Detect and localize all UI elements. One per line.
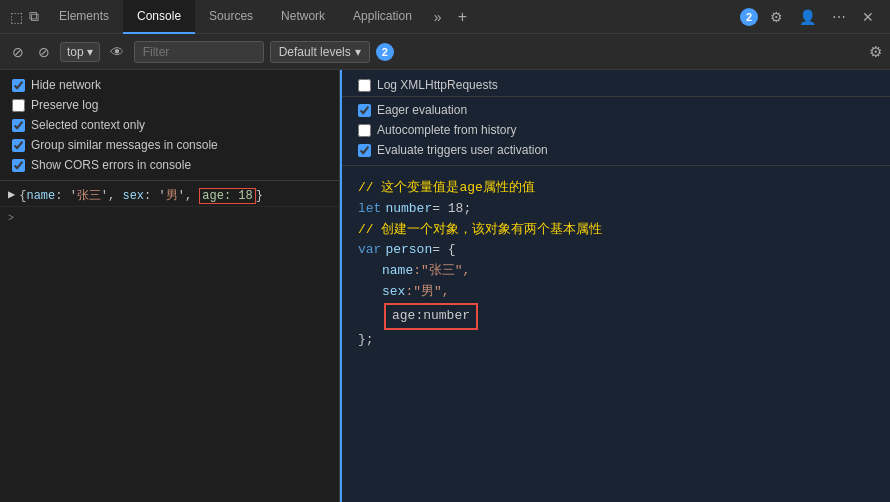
show-cors-checkbox[interactable]: [12, 159, 25, 172]
code-comment-1: // 这个变量值是age属性的值: [358, 178, 535, 199]
group-similar-row: Group similar messages in console: [12, 138, 327, 152]
tab-network[interactable]: Network: [267, 0, 339, 34]
prompt-icon: >: [8, 212, 14, 223]
more-tabs-button[interactable]: »: [426, 9, 450, 25]
eager-eval-label: Eager evaluation: [377, 103, 467, 117]
code-sex-key: sex: [382, 282, 405, 303]
code-line-3: // 创建一个对象，该对象有两个基本属性: [358, 220, 874, 241]
close-icon[interactable]: ✕: [858, 7, 878, 27]
autocomplete-label: Autocomplete from history: [377, 123, 516, 137]
eval-triggers-label: Evaluate triggers user activation: [377, 143, 548, 157]
code-var-person: person: [385, 240, 432, 261]
chevron-down-icon: ▾: [87, 45, 93, 59]
devtools-icons: ⬚ ⧉: [4, 8, 45, 25]
group-similar-checkbox[interactable]: [12, 139, 25, 152]
console-empty-row: >: [0, 207, 339, 227]
eager-eval-row: Eager evaluation: [358, 103, 874, 117]
toolbar-right: ⚙: [869, 43, 882, 61]
preserve-log-row: Preserve log: [12, 98, 327, 112]
error-badge: 2: [740, 8, 758, 26]
filter-input[interactable]: [134, 41, 264, 63]
console-output: ▶ {name: '张三', sex: '男', age: 18} >: [0, 181, 339, 502]
log-xml-checkbox[interactable]: [358, 79, 371, 92]
user-icon[interactable]: 👤: [795, 7, 820, 27]
code-line-8: };: [358, 330, 874, 351]
right-checkboxes-bottom: Eager evaluation Autocomplete from histo…: [342, 97, 890, 166]
code-keyword-let: let: [358, 199, 381, 220]
cursor-icon[interactable]: ⬚: [10, 9, 23, 25]
code-line-6: sex :"男",: [358, 282, 874, 303]
tab-sources[interactable]: Sources: [195, 0, 267, 34]
code-line-4: var person = {: [358, 240, 874, 261]
console-toolbar: ⊘ ⊘ top ▾ 👁 Default levels ▾ 2 ⚙: [0, 34, 890, 70]
log-xml-label: Log XMLHttpRequests: [377, 78, 498, 92]
code-line-2: let number = 18;: [358, 199, 874, 220]
eye-icon[interactable]: 👁: [106, 42, 128, 62]
left-panel: Hide network Preserve log Selected conte…: [0, 70, 340, 502]
console-settings-icon[interactable]: ⚙: [869, 43, 882, 61]
show-cors-row: Show CORS errors in console: [12, 158, 327, 172]
tab-elements[interactable]: Elements: [45, 0, 123, 34]
preserve-log-label: Preserve log: [31, 98, 98, 112]
block-icon[interactable]: ⊘: [34, 42, 54, 62]
code-line-1: // 这个变量值是age属性的值: [358, 178, 874, 199]
autocomplete-checkbox[interactable]: [358, 124, 371, 137]
tab-application[interactable]: Application: [339, 0, 426, 34]
tab-list: Elements Console Sources Network Applica…: [45, 0, 740, 34]
console-row-object: ▶ {name: '张三', sex: '男', age: 18}: [0, 185, 339, 207]
code-age-number-wrapper: age:number: [382, 303, 478, 330]
age-number-highlight: age:number: [384, 303, 478, 330]
code-assign-18: = 18;: [432, 199, 471, 220]
code-display: // 这个变量值是age属性的值 let number = 18; // 创建一…: [342, 166, 890, 362]
eval-triggers-row: Evaluate triggers user activation: [358, 143, 874, 157]
levels-chevron-icon: ▾: [355, 45, 361, 59]
device-icon[interactable]: ⧉: [29, 8, 39, 25]
eager-eval-checkbox[interactable]: [358, 104, 371, 117]
more-options-icon[interactable]: ⋯: [828, 7, 850, 27]
right-checkboxes-top: Log XMLHttpRequests: [342, 70, 890, 97]
right-panel: Log XMLHttpRequests Eager evaluation Aut…: [340, 70, 890, 502]
code-assign-brace: = {: [432, 240, 455, 261]
context-selector[interactable]: top ▾: [60, 42, 100, 62]
code-name-val: :"张三",: [413, 261, 470, 282]
code-line-7: age:number: [358, 303, 874, 330]
code-comment-2: // 创建一个对象，该对象有两个基本属性: [358, 220, 602, 241]
levels-label: Default levels: [279, 45, 351, 59]
group-similar-label: Group similar messages in console: [31, 138, 218, 152]
hide-network-label: Hide network: [31, 78, 101, 92]
code-name-key: name: [382, 261, 413, 282]
hide-network-checkbox[interactable]: [12, 79, 25, 92]
object-text: {name: '张三', sex: '男', age: 18}: [19, 187, 263, 204]
log-levels-button[interactable]: Default levels ▾: [270, 41, 370, 63]
selected-context-row: Selected context only: [12, 118, 327, 132]
preserve-log-checkbox[interactable]: [12, 99, 25, 112]
code-line-5: name :"张三",: [358, 261, 874, 282]
code-keyword-var: var: [358, 240, 381, 261]
hide-network-row: Hide network: [12, 78, 327, 92]
tab-bar: ⬚ ⧉ Elements Console Sources Network App…: [0, 0, 890, 34]
code-sex-val: :"男",: [405, 282, 449, 303]
console-settings-checkboxes: Hide network Preserve log Selected conte…: [0, 70, 339, 181]
selected-context-checkbox[interactable]: [12, 119, 25, 132]
selected-context-label: Selected context only: [31, 118, 145, 132]
settings-icon[interactable]: ⚙: [766, 7, 787, 27]
log-xml-row: Log XMLHttpRequests: [358, 78, 498, 92]
tab-bar-right: 2 ⚙ 👤 ⋯ ✕: [740, 7, 886, 27]
age-highlight: age: 18: [199, 188, 255, 204]
show-cors-label: Show CORS errors in console: [31, 158, 191, 172]
clear-console-button[interactable]: ⊘: [8, 42, 28, 62]
code-closing-brace: };: [358, 330, 374, 351]
main-content: Hide network Preserve log Selected conte…: [0, 70, 890, 502]
eval-triggers-checkbox[interactable]: [358, 144, 371, 157]
add-tab-button[interactable]: +: [450, 8, 475, 26]
context-label: top: [67, 45, 84, 59]
code-var-number: number: [385, 199, 432, 220]
expand-arrow-icon[interactable]: ▶: [8, 187, 15, 202]
console-badge: 2: [376, 43, 394, 61]
autocomplete-row: Autocomplete from history: [358, 123, 874, 137]
tab-console[interactable]: Console: [123, 0, 195, 34]
